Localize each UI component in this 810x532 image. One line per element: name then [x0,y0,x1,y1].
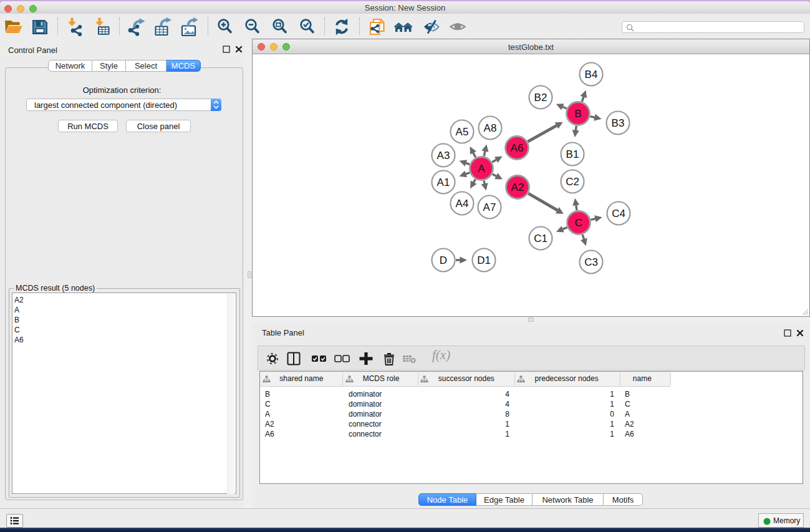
svg-text:D: D [440,254,447,266]
svg-text:D1: D1 [477,254,491,266]
svg-text:A2: A2 [511,181,524,193]
svg-text:C2: C2 [566,176,579,188]
svg-text:A7: A7 [483,201,496,213]
svg-text:C3: C3 [584,256,598,268]
svg-text:A: A [478,163,485,175]
svg-text:A6: A6 [511,142,524,154]
svg-text:A3: A3 [437,150,450,162]
svg-text:B2: B2 [534,92,547,104]
svg-text:B3: B3 [612,117,625,129]
svg-text:B4: B4 [585,69,598,80]
svg-text:C4: C4 [612,208,625,220]
svg-text:B: B [574,108,581,120]
svg-text:A1: A1 [437,177,450,188]
svg-text:C1: C1 [534,233,547,244]
svg-text:B1: B1 [566,148,579,160]
svg-text:C: C [575,217,582,229]
svg-text:A5: A5 [456,126,469,138]
svg-text:A8: A8 [484,122,497,134]
svg-text:A4: A4 [456,198,469,210]
